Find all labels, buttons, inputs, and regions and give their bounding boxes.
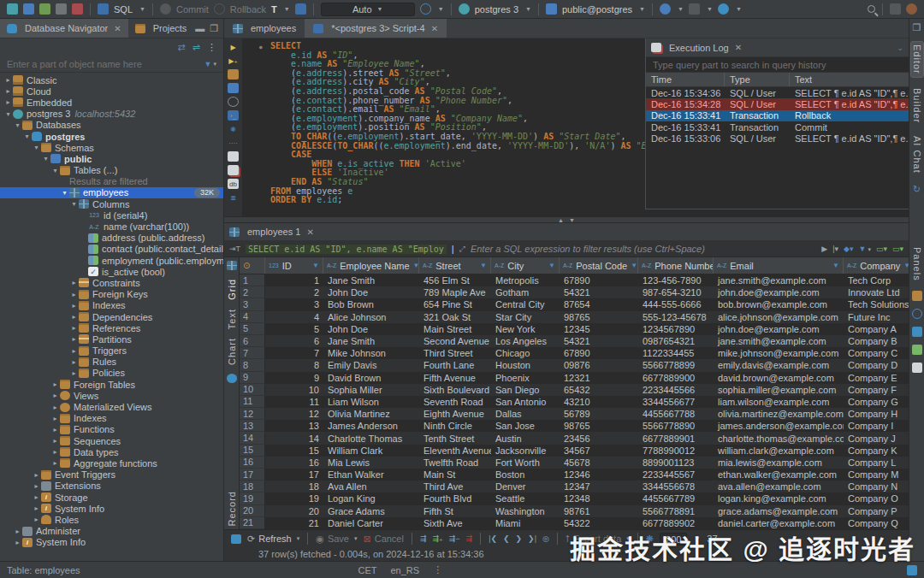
grid-cell[interactable]: Company Q [844, 517, 909, 529]
tree-item-public[interactable]: ▾public [0, 153, 223, 164]
grid-cell[interactable]: ethan.walker@example.com [714, 469, 844, 481]
log-row[interactable]: Dec-16 15:34:36SQL / UserSELECT ¶ e.id A… [646, 87, 909, 98]
grid-cell[interactable]: Company A [844, 323, 909, 335]
column-header-email[interactable]: A-ZEmail▼ [714, 257, 844, 274]
grid-cell[interactable]: Ninth Circle [419, 420, 491, 432]
grid-cell[interactable]: 12321 [560, 372, 638, 384]
grid-cell[interactable]: 3 [265, 298, 323, 310]
table-row[interactable]: 1313James AndersonNinth CircleSan Jose98… [240, 420, 909, 432]
grid-cell[interactable]: 2233445567 [638, 469, 714, 481]
column-header-street[interactable]: A-ZStreet▼ [419, 257, 491, 274]
tree-item-is-active-bool-[interactable]: ✓is_active (bool) [0, 266, 223, 277]
script-icon[interactable] [228, 69, 239, 80]
tree-item-roles[interactable]: ▸Roles [0, 514, 223, 525]
grid-cell[interactable]: 444-555-6666 [638, 298, 714, 310]
tree-item-employees[interactable]: ▾employees32K [0, 187, 223, 198]
grid-cell[interactable]: logan.king@example.com [714, 492, 844, 504]
grid-cell[interactable]: Phoenix [491, 372, 560, 384]
eraser-icon[interactable]: ◆▾ [844, 245, 853, 253]
grid-cell[interactable]: 1234567890 [638, 323, 714, 335]
tree-item-classic[interactable]: ▸Classic [0, 74, 223, 86]
grid-cell[interactable]: San Antonio [491, 396, 560, 408]
table-row[interactable]: 22John Doe789 Maple AveGotham54321987-65… [240, 286, 909, 298]
grid-cell[interactable]: 67890 [560, 347, 638, 359]
save-button[interactable]: ◉ Save▾ [316, 534, 357, 545]
grid-cell[interactable]: john.doe@example.com [714, 286, 844, 298]
grid-cell[interactable]: bob.brown@example.com [714, 298, 844, 310]
revert-row-icon[interactable]: ⇶ [466, 534, 473, 543]
grid-cell[interactable]: daniel.carter@example.com [714, 517, 844, 529]
grid-cell[interactable]: 20 [265, 505, 323, 517]
tx-mode-select[interactable]: Auto ▼ [321, 3, 415, 16]
grid-cell[interactable]: david.brown@example.com [714, 372, 844, 384]
grid-cell[interactable]: 5566778891 [638, 505, 714, 517]
sort-dropdown-icon[interactable]: ▼ [312, 262, 319, 269]
row-number[interactable]: 5 [240, 323, 265, 335]
tree-item-indexes[interactable]: ▸Indexes [0, 300, 223, 311]
grid-cell[interactable]: 12345 [560, 323, 638, 335]
csv-file-icon[interactable]: db [228, 179, 239, 189]
grid-cell[interactable]: Company L [844, 457, 909, 469]
grid-cell[interactable]: Olivia Martinez [323, 408, 419, 420]
refresh-strip-icon[interactable]: ↻ [913, 184, 921, 195]
grid-cell[interactable]: Jacksonville [491, 445, 560, 457]
grid-cell[interactable]: Gotham [491, 286, 560, 298]
grid-cell[interactable]: Mia Lewis [323, 457, 419, 469]
search-everywhere-icon[interactable] [868, 5, 875, 13]
row-number[interactable]: 2 [240, 286, 265, 298]
grid-cell[interactable]: 12348 [560, 492, 638, 504]
window-layout-icon[interactable] [890, 3, 901, 15]
panel-icon-chart[interactable] [912, 327, 922, 337]
connection-selector[interactable]: postgres 3 ▼ [459, 3, 531, 15]
rollback-button[interactable]: Rollback [214, 3, 266, 15]
column-header-employee-name[interactable]: A-ZEmployee Name▼ [323, 257, 419, 274]
commit-button[interactable]: Commit [160, 3, 209, 15]
tree-chevron-icon[interactable]: ▸ [69, 347, 79, 355]
grid-cell[interactable]: Company E [844, 372, 909, 384]
screen-share-icon[interactable] [906, 3, 917, 15]
delete-row-icon[interactable]: ⇶− [449, 534, 460, 543]
tree-chevron-icon[interactable]: ▾ [41, 155, 50, 162]
grid-cell[interactable]: Liam Wilson [323, 396, 419, 408]
view-grid-tab[interactable]: Grid [227, 279, 237, 300]
grid-cell[interactable]: sophia.miller@example.com [714, 384, 844, 396]
grid-cell[interactable]: Central City [491, 298, 560, 310]
grid-cell[interactable]: 98765 [560, 311, 638, 323]
log-row[interactable]: Dec-16 15:34:28SQL / UserSELECT ¶ e.id A… [646, 98, 909, 109]
kebab-menu-icon[interactable]: ⋮ [433, 564, 442, 575]
grid-cell[interactable]: Dallas [491, 408, 560, 420]
grid-cell[interactable]: 4 [265, 311, 323, 323]
grid-cell[interactable]: james.anderson@example.com [714, 420, 844, 432]
grid-cell[interactable]: 5566778890 [638, 420, 714, 432]
tab-builder[interactable]: Builder [911, 86, 923, 126]
grid-cell[interactable]: 987-654-3210 [638, 286, 714, 298]
grid-cell[interactable]: Tenth Street [419, 432, 491, 444]
tree-item-postgres-3[interactable]: ▾postgres 3localhost:5432 [0, 109, 223, 120]
log-col-time[interactable]: Time [646, 73, 725, 86]
grid-cell[interactable]: Company K [844, 445, 909, 457]
view-text-tab[interactable]: Text [227, 309, 237, 329]
grid-cell[interactable]: Company P [844, 505, 909, 517]
grid-cell[interactable]: Star City [491, 311, 560, 323]
sort-pill-icon[interactable]: ▭▾ [876, 245, 887, 253]
grid-cell[interactable]: 15 [265, 445, 323, 457]
grid-cell[interactable]: Seattle [491, 492, 560, 504]
grid-cell[interactable]: 56789 [560, 408, 638, 420]
grid-cell[interactable]: grace.adams@example.com [714, 505, 844, 517]
row-number[interactable]: 1 [240, 274, 265, 286]
tree-chevron-icon[interactable]: ▸ [69, 291, 79, 298]
next-page-icon[interactable]: ❯ [516, 534, 523, 543]
locale-indicator[interactable]: en_RS [390, 565, 419, 575]
grid-cell[interactable]: Company B [844, 335, 909, 347]
tree-item-policies[interactable]: ▸Policies [0, 368, 223, 379]
tree-chevron-icon[interactable]: ▸ [69, 358, 79, 366]
row-number[interactable]: 20 [240, 505, 265, 517]
grid-cell[interactable]: John Doe [323, 286, 419, 298]
new-file-icon[interactable] [228, 151, 239, 162]
row-number[interactable]: 6 [240, 335, 265, 347]
grid-cell[interactable]: 18 [265, 481, 323, 492]
grid-cell[interactable]: 12346 [560, 469, 638, 481]
execution-log-tab[interactable]: Execution Log [669, 43, 729, 53]
grid-cell[interactable]: 3344556677 [638, 396, 714, 408]
table-row[interactable]: 1414Charlotte ThomasTenth StreetAustin23… [240, 432, 909, 444]
